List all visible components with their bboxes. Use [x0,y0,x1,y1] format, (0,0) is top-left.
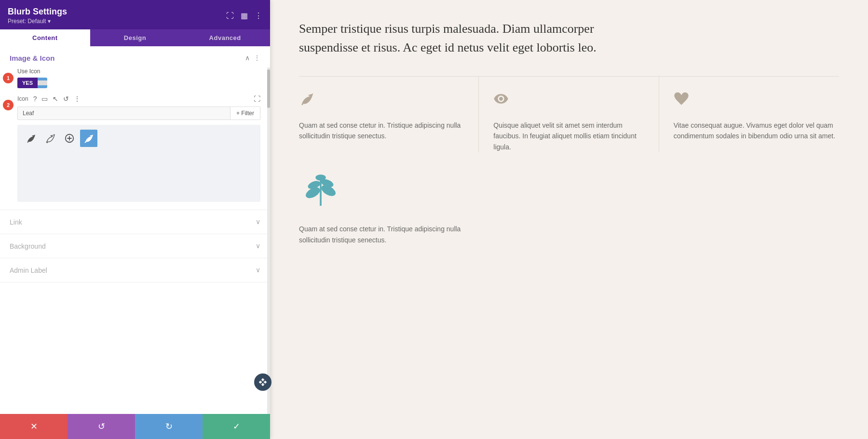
tablet-icon[interactable]: ▭ [41,95,48,103]
scrollbar-track [267,67,270,414]
icon-grid [17,125,260,202]
cursor-icon[interactable]: ↖ [53,95,58,103]
section-title: Image & Icon [10,54,54,62]
blurb-row2-col-1: Quam at sed conse ctetur in. Tristique a… [299,167,479,245]
tab-content[interactable]: Content [0,29,90,46]
save-icon: ✓ [233,421,240,432]
cancel-button[interactable]: ✕ [0,414,68,439]
icon-cell-1[interactable] [22,130,40,147]
link-title: Link [10,218,22,226]
filter-button[interactable]: + Filter [231,106,260,120]
section-header: Image & Icon ∧ ⋮ [10,54,260,62]
big-teal-leaf-icon [299,167,464,216]
blurb-col-1: Quam at sed conse ctetur in. Tristique a… [299,77,479,152]
link-section[interactable]: Link ∨ [0,210,270,234]
layout-icon[interactable]: ▦ [241,11,248,20]
svg-point-6 [315,174,326,181]
panel-title-group: Blurb Settings Preset: Default ▾ [8,7,67,25]
icon-field-label: Icon [17,95,28,102]
settings-panel: Blurb Settings Preset: Default ▾ ⛶ ▦ ⋮ C… [0,0,270,439]
step-badge-2: 2 [3,100,14,110]
collapse-icon[interactable]: ∧ [245,54,250,62]
cancel-icon: ✕ [30,421,38,432]
panel-body: Image & Icon ∧ ⋮ 1 Use Icon YES [0,46,270,414]
use-icon-row: 1 Use Icon YES [10,68,260,88]
section-more-icon[interactable]: ⋮ [254,54,260,62]
redo-button[interactable]: ↻ [135,414,203,439]
bottom-bar: ✕ ↺ ↻ ✓ [0,414,270,439]
blurb-icon-3 [674,91,839,110]
blurb-row-1: Quam at sed conse ctetur in. Tristique a… [299,76,839,152]
blurb-col-2: Quisque aliquet velit sit amet sem inter… [479,77,659,152]
image-icon-section: Image & Icon ∧ ⋮ 1 Use Icon YES [0,46,270,210]
icon-cell-4[interactable] [80,130,97,147]
question-icon[interactable]: ? [33,95,37,103]
hero-text: Semper tristique risus turpis malesuada.… [299,19,646,57]
scrollbar-thumb[interactable] [267,69,270,108]
blurb-icon-2 [493,91,644,110]
background-chevron: ∨ [256,242,260,250]
toggle-no[interactable] [38,80,47,85]
tab-bar: Content Design Advanced [0,29,270,46]
icon-field-row: 2 Icon ? ▭ ↖ ↺ ⋮ ⛶ + Filter [10,95,260,202]
drag-handle[interactable] [254,373,271,391]
blurb-row2-text-1: Quam at sed conse ctetur in. Tristique a… [299,224,464,245]
more-icon2[interactable]: ⋮ [74,95,81,103]
blurb-row2-col-3 [659,167,839,245]
use-icon-label: Use Icon [17,68,260,75]
blurb-text-2: Quisque aliquet velit sit amet sem inter… [493,120,644,152]
expand-icon[interactable]: ⛶ [226,12,234,20]
use-icon-field: Use Icon YES [17,68,260,88]
link-chevron: ∨ [256,218,260,226]
background-section[interactable]: Background ∨ [0,234,270,258]
blurb-icon-1 [299,91,464,110]
fullscreen-icon[interactable]: ⛶ [254,95,260,103]
tab-design[interactable]: Design [90,29,180,46]
icon-search-bar: + Filter [17,106,260,120]
redo-icon: ↻ [165,421,173,432]
icon-cell-2[interactable] [41,130,59,147]
undo-button[interactable]: ↺ [68,414,135,439]
panel-header-icons: ⛶ ▦ ⋮ [226,11,262,20]
panel-preset[interactable]: Preset: Default ▾ [8,18,67,25]
icon-cell-3[interactable] [61,130,78,147]
panel-header: Blurb Settings Preset: Default ▾ ⛶ ▦ ⋮ [0,0,270,29]
panel-title: Blurb Settings [8,7,67,17]
toggle-yes[interactable]: YES [17,78,38,88]
reset-icon[interactable]: ↺ [63,95,69,103]
content-area: Semper tristique risus turpis malesuada.… [270,0,868,439]
blurb-row2-col-2 [479,167,659,245]
use-icon-toggle[interactable]: YES [17,78,47,88]
blurb-text-3: Vitae consequat augue. Vivamus eget dolo… [674,120,839,142]
save-button[interactable]: ✓ [203,414,270,439]
blurb-text-1: Quam at sed conse ctetur in. Tristique a… [299,120,464,142]
background-title: Background [10,242,46,250]
tab-advanced[interactable]: Advanced [180,29,270,46]
step-badge-1: 1 [3,73,14,83]
admin-label-chevron: ∨ [256,266,260,274]
admin-label-title: Admin Label [10,266,47,274]
blurb-col-3: Vitae consequat augue. Vivamus eget dolo… [659,77,839,152]
admin-label-section[interactable]: Admin Label ∨ [0,258,270,282]
icon-toolbar: Icon ? ▭ ↖ ↺ ⋮ ⛶ [17,95,260,103]
undo-icon: ↺ [98,421,105,432]
blurb-row-2: Quam at sed conse ctetur in. Tristique a… [299,167,839,245]
section-controls: ∧ ⋮ [245,54,260,62]
more-icon[interactable]: ⋮ [255,11,262,20]
icon-search-input[interactable] [17,106,231,120]
